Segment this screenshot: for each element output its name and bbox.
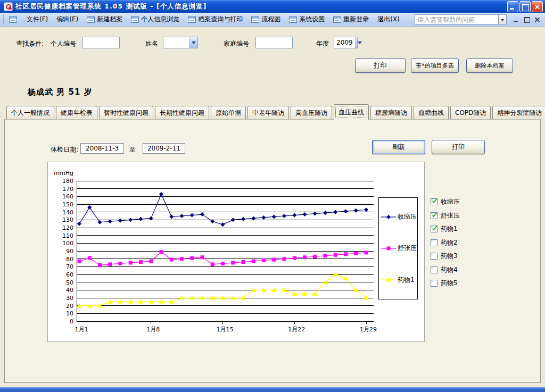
checkbox-药物5[interactable]: [431, 280, 437, 287]
filter-row-药物4: 药物4: [431, 265, 494, 274]
toolbar-grip[interactable]: [3, 15, 5, 24]
svg-text:40: 40: [66, 287, 73, 294]
menu-item-6[interactable]: 流程图: [247, 14, 285, 26]
menu-item-1[interactable]: 文件(F): [22, 14, 52, 26]
date-from-input[interactable]: [80, 143, 124, 154]
year-combobox-value: 2009: [334, 39, 355, 46]
svg-text:80: 80: [66, 256, 73, 263]
close-button[interactable]: [532, 1, 543, 12]
form-icon: [188, 16, 196, 23]
checkbox-药物1[interactable]: [431, 226, 437, 232]
series-filter-list: 收缩压舒张压药物1药物2药物3药物4药物5: [431, 197, 494, 293]
tab-COPD随访[interactable]: COPD随访: [450, 106, 491, 120]
print-record-button[interactable]: 打印: [355, 59, 406, 73]
checkbox-药物4[interactable]: [431, 266, 437, 273]
legend-label: 收缩压: [398, 212, 417, 221]
tab-长期性健康问题[interactable]: 长期性健康问题: [155, 106, 209, 120]
tab-精神分裂症随访[interactable]: 精神分裂症随访: [492, 106, 545, 120]
toolbar-form-icon[interactable]: [9, 16, 17, 23]
legend-marker-icon: [381, 245, 397, 252]
svg-text:120: 120: [62, 224, 73, 231]
menu-item-3[interactable]: 新建档案: [82, 14, 127, 26]
legend-item-药物1: 药物1: [379, 276, 417, 285]
menu-item-label: 新建档案: [97, 15, 122, 24]
date-to-label: 至: [129, 145, 136, 154]
help-dropdown-icon[interactable]: [499, 14, 507, 24]
svg-text:90: 90: [66, 248, 73, 255]
tab-暂时性健康问题[interactable]: 暂时性健康问题: [99, 106, 153, 120]
personal-id-input[interactable]: [82, 37, 120, 48]
svg-text:160: 160: [62, 193, 73, 200]
patient-summary: 杨成武 男 51 岁: [28, 87, 93, 97]
legend-item-舒张压: 舒张压: [379, 244, 417, 253]
name-combobox-arrow-icon[interactable]: [189, 37, 197, 48]
tab-糖尿病随访[interactable]: 糖尿病随访: [370, 106, 412, 120]
year-combobox[interactable]: 2009: [334, 37, 358, 48]
checkbox-label: 药物5: [441, 279, 458, 288]
checkbox-药物3[interactable]: [431, 253, 437, 260]
svg-text:50: 50: [66, 279, 73, 286]
menu-item-2[interactable]: 编辑(E): [52, 14, 82, 26]
checkbox-label: 药物4: [441, 265, 458, 274]
app-icon: [4, 2, 13, 11]
menu-item-7[interactable]: 系统设置: [285, 14, 329, 26]
legend-item-收缩压: 收缩压: [379, 212, 417, 221]
blood-pressure-chart: 0102030405060708090100110120130140150160…: [47, 162, 425, 342]
tab-个人一般情况[interactable]: 个人一般情况: [6, 106, 54, 120]
tab-中老年随访[interactable]: 中老年随访: [247, 106, 289, 120]
svg-text:mmHg: mmHg: [54, 170, 73, 177]
svg-text:1月15: 1月15: [217, 326, 234, 333]
menu-item-9[interactable]: 退出(X): [373, 14, 404, 26]
tab-血压曲线[interactable]: 血压曲线: [334, 104, 369, 120]
form-icon: [333, 16, 341, 23]
help-input[interactable]: [415, 14, 499, 24]
window-title: 社区居民健康档案管理系统 1.05 测试版 - [个人信息浏览]: [15, 2, 207, 11]
checkbox-舒张压[interactable]: [431, 212, 437, 219]
mdi-minimize-button[interactable]: [513, 16, 519, 22]
family-id-label: 家庭编号: [224, 39, 249, 48]
delete-record-button[interactable]: 删除本档案: [466, 59, 513, 73]
tab-原始单据[interactable]: 原始单据: [211, 106, 246, 120]
menu-item-5[interactable]: 档案查询与打印: [184, 14, 247, 26]
form-icon: [131, 16, 139, 23]
menu-item-label: 流程图: [261, 15, 280, 24]
tab-panel: 体检日期: 至 刷新 打印 01020304050607080901001101…: [4, 119, 541, 383]
restore-button[interactable]: [519, 1, 531, 12]
menu-item-8[interactable]: 重新登录: [329, 14, 373, 26]
legend-marker-icon: [381, 214, 397, 220]
mdi-restore-button[interactable]: [524, 16, 530, 22]
svg-text:1月8: 1月8: [146, 326, 160, 333]
minimize-button[interactable]: [507, 1, 518, 12]
title-bar: 社区居民健康档案管理系统 1.05 测试版 - [个人信息浏览]: [0, 0, 545, 13]
personal-id-label: 个人编号: [51, 39, 76, 48]
checkbox-收缩压[interactable]: [431, 198, 437, 205]
checkbox-药物2[interactable]: [431, 239, 437, 246]
svg-text:150: 150: [62, 201, 73, 208]
menu-item-label: 文件(F): [27, 15, 48, 24]
legend-label: 药物1: [398, 276, 415, 285]
menu-item-label: 个人信息浏览: [141, 15, 179, 24]
tab-高血压随访[interactable]: 高血压随访: [291, 106, 332, 120]
mdi-close-button[interactable]: [534, 16, 541, 22]
svg-text:1月1: 1月1: [75, 326, 88, 333]
print-chart-button[interactable]: 打印: [432, 140, 485, 154]
checkbox-label: 收缩压: [441, 197, 460, 206]
form-icon: [87, 16, 95, 23]
tab-血糖曲线[interactable]: 血糖曲线: [414, 106, 449, 120]
taskbar: [0, 387, 545, 392]
refresh-button[interactable]: 刷新: [372, 140, 425, 154]
year-label: 年度: [316, 39, 329, 48]
date-to-input[interactable]: [143, 143, 185, 154]
svg-text:70: 70: [66, 263, 73, 270]
menu-bar: 文件(F)编辑(E)新建档案个人信息浏览档案查询与打印流程图系统设置重新登录退出…: [0, 13, 545, 27]
name-combobox[interactable]: [163, 37, 198, 48]
menu-item-label: 档案查询与打印: [198, 15, 243, 24]
multi-select-button[interactable]: 带*的项目多选: [411, 59, 459, 73]
checkbox-label: 药物2: [441, 238, 458, 247]
menu-item-label: 系统设置: [299, 15, 325, 24]
checkbox-label: 舒张压: [441, 211, 460, 220]
tab-健康年检表[interactable]: 健康年检表: [56, 106, 97, 120]
family-id-input[interactable]: [255, 37, 293, 48]
menu-item-4[interactable]: 个人信息浏览: [127, 14, 184, 26]
year-combobox-arrow-icon[interactable]: [355, 37, 357, 48]
